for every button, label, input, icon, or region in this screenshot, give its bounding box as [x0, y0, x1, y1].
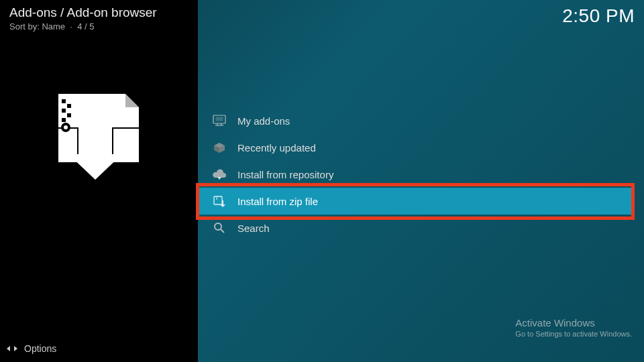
- cloud-down-icon: [212, 167, 227, 182]
- menu-item-search[interactable]: Search: [199, 215, 635, 241]
- svg-rect-5: [67, 104, 71, 108]
- svg-rect-12: [216, 117, 223, 121]
- list-position: 4 / 5: [77, 21, 94, 32]
- svg-line-24: [221, 229, 224, 233]
- menu-label: Install from repository: [237, 169, 333, 180]
- menu-item-install-zip[interactable]: Install from zip file: [199, 188, 635, 215]
- menu-list: My add-ons Recently updated Install from…: [199, 107, 635, 241]
- breadcrumb: Add-ons / Add-on browser: [9, 5, 157, 20]
- watermark-subtitle: Go to Settings to activate Windows.: [515, 330, 632, 338]
- svg-rect-2: [58, 129, 77, 162]
- svg-rect-3: [113, 129, 139, 162]
- svg-rect-4: [62, 99, 66, 103]
- menu-label: My add-ons: [237, 115, 290, 127]
- zip-download-icon: [48, 94, 142, 181]
- svg-rect-8: [62, 118, 66, 122]
- options-button[interactable]: Options: [7, 343, 56, 354]
- menu-label: Search: [237, 223, 270, 234]
- windows-activation-watermark: Activate Windows Go to Settings to activ…: [515, 317, 632, 338]
- menu-label: Install from zip file: [237, 196, 318, 207]
- clock: 2:50 PM: [562, 5, 635, 27]
- svg-rect-6: [62, 109, 66, 113]
- svg-marker-26: [14, 346, 17, 351]
- box-icon: [212, 140, 227, 155]
- search-icon: [212, 221, 227, 235]
- svg-point-23: [215, 223, 221, 230]
- svg-point-10: [64, 125, 68, 129]
- svg-marker-22: [220, 200, 225, 207]
- header: Add-ons / Add-on browser Sort by: Name ·…: [9, 5, 635, 32]
- screen-icon: [212, 113, 227, 128]
- svg-rect-20: [214, 196, 222, 204]
- svg-marker-25: [7, 346, 10, 351]
- sort-info: Sort by: Name · 4 / 5: [9, 21, 157, 32]
- menu-label: Recently updated: [237, 142, 316, 154]
- options-label: Options: [24, 343, 56, 354]
- menu-item-install-repository[interactable]: Install from repository: [199, 161, 635, 188]
- svg-rect-7: [67, 113, 71, 117]
- menu-item-recently-updated[interactable]: Recently updated: [199, 134, 635, 161]
- options-arrows-icon: [7, 343, 17, 354]
- watermark-title: Activate Windows: [515, 317, 632, 328]
- menu-item-my-addons[interactable]: My add-ons: [199, 107, 635, 134]
- zip-install-icon: [212, 194, 227, 208]
- sort-label: Sort by: Name: [9, 21, 65, 32]
